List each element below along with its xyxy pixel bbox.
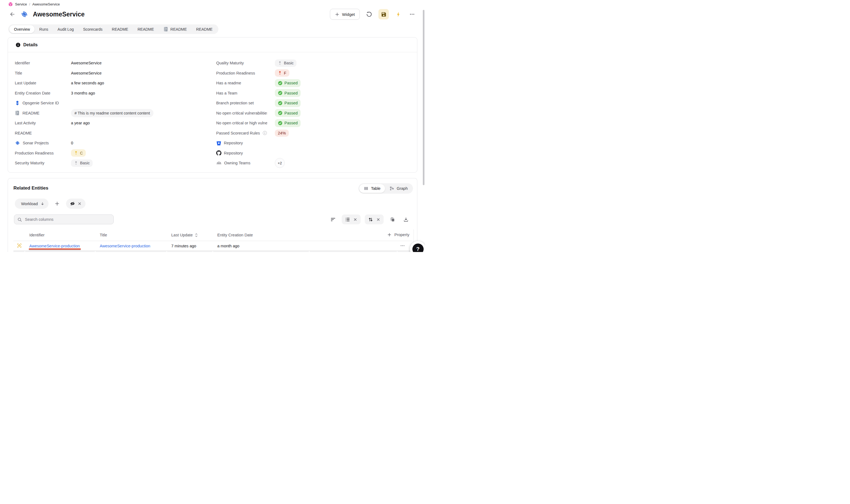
detail-value: 3 months ago	[71, 91, 95, 95]
more-actions-button[interactable]	[407, 10, 417, 19]
team-icon	[216, 160, 222, 166]
percent-badge: 24%	[275, 129, 289, 137]
eye-off-icon	[70, 201, 75, 206]
close-icon[interactable]	[353, 217, 357, 221]
detail-row-passed-scorecard-rules: Passed Scorecard Rules24%	[216, 128, 417, 138]
arrow-down-icon	[40, 202, 45, 206]
detail-row-last-update: Last Updatea few seconds ago	[15, 78, 216, 88]
column-header-entity-creation-date: Entity Creation Date	[212, 233, 309, 237]
detail-value: AwesomeService	[71, 61, 102, 65]
check-circle-icon	[278, 81, 283, 86]
sort-chip[interactable]	[365, 215, 384, 224]
details-right-column: Quality MaturityBasicProduction Readines…	[216, 58, 417, 168]
detail-value: a few seconds ago	[71, 81, 104, 85]
detail-label: No open critical vulnerabilities	[216, 111, 275, 115]
filter-icon[interactable]	[328, 215, 338, 224]
tab-overview-0[interactable]: Overview	[9, 25, 35, 33]
breadcrumb-root[interactable]: Service	[15, 2, 27, 6]
tab-readme-5[interactable]: README	[133, 25, 159, 33]
details-card: Details IdentifierAwesomeServiceTitleAwe…	[8, 37, 417, 173]
entity-type-chip[interactable]: Workload	[15, 199, 49, 209]
status-badge: Passed	[275, 109, 301, 117]
detail-row-identifier: IdentifierAwesomeService	[15, 58, 216, 68]
github-icon	[216, 150, 222, 156]
search-columns-field[interactable]	[14, 215, 114, 224]
detail-label: Quality Maturity	[216, 61, 275, 65]
row-actions-button[interactable]	[400, 243, 405, 248]
tab-label: README	[171, 27, 187, 32]
tab-runs-1[interactable]: Runs	[35, 25, 53, 33]
close-icon[interactable]	[376, 217, 380, 221]
sort-carets-icon	[195, 233, 198, 237]
info-tooltip-icon[interactable]	[263, 131, 267, 135]
column-header-title: Title	[95, 233, 166, 237]
detail-value: AwesomeService	[71, 71, 102, 75]
detail-row-title: TitleAwesomeService	[15, 68, 216, 78]
tab-audit-log-2[interactable]: Audit Log	[53, 25, 78, 33]
add-property-button[interactable]: Property	[387, 233, 409, 237]
title-link[interactable]: AwesomeService-production	[100, 244, 150, 248]
readme-snippet: # This is my readme content content cont…	[71, 109, 154, 117]
check-circle-icon	[278, 101, 283, 106]
detail-row-no-open-critical-vulnerabilities: No open critical vulnerabilitiesPassed	[216, 108, 417, 118]
detail-label: Entity Creation Date	[15, 91, 71, 95]
detail-row-opsgenie-service-id: Opsgenie Service ID	[15, 98, 216, 108]
bitbucket-icon	[216, 141, 222, 146]
column-header-last-update[interactable]: Last Update	[166, 233, 212, 237]
add-widget-button[interactable]: Widget	[330, 9, 360, 20]
view-toggle-graph[interactable]: Graph	[385, 184, 412, 193]
detail-label: Production Readiness	[216, 71, 275, 75]
back-button[interactable]	[8, 10, 17, 19]
detail-label: Branch protection set	[216, 101, 275, 105]
medal-icon	[278, 71, 282, 75]
info-icon	[16, 42, 20, 48]
book-icon	[163, 26, 169, 32]
book-icon	[15, 110, 20, 115]
count-badge[interactable]: +2	[275, 158, 285, 168]
detail-label: Title	[15, 71, 71, 75]
tab-label: Runs	[39, 27, 48, 32]
tab-label: Overview	[14, 27, 30, 32]
undo-button[interactable]	[365, 10, 374, 19]
search-columns-input[interactable]	[24, 217, 110, 222]
view-toggle-table[interactable]: Table	[359, 184, 385, 193]
save-button[interactable]	[378, 9, 389, 19]
detail-row-security-maturity: Security MaturityBasic	[15, 158, 216, 168]
page-title: AwesomeService	[33, 11, 85, 18]
tab-scorecards-3[interactable]: Scorecards	[78, 25, 107, 33]
hidden-filter-chip[interactable]	[66, 199, 86, 209]
detail-label: Sonar Projects	[15, 140, 71, 146]
tab-readme-6[interactable]: README	[159, 25, 192, 33]
detail-row-repository: Repository	[216, 148, 417, 158]
opsgenie-icon	[15, 101, 20, 106]
breadcrumb-separator: /	[29, 2, 30, 6]
tab-label: README	[112, 27, 128, 32]
download-icon[interactable]	[401, 215, 410, 224]
tab-readme-7[interactable]: README	[192, 25, 217, 33]
service-detail-page: Service / AwesomeService AwesomeService …	[0, 0, 425, 252]
workload-icon	[17, 243, 22, 248]
detail-row-last-activity: Last Activitya year ago	[15, 118, 216, 128]
check-circle-icon	[278, 111, 283, 115]
last-update-cell: 7 minutes ago	[166, 244, 212, 248]
page-header: AwesomeService Widget	[8, 8, 417, 20]
medal-icon	[74, 161, 78, 165]
tab-readme-4[interactable]: README	[107, 25, 133, 33]
detail-row-repository: Repository	[216, 138, 417, 148]
add-relation-button[interactable]	[53, 199, 62, 209]
close-icon[interactable]	[77, 202, 82, 206]
detail-label: Has a Team	[216, 91, 275, 95]
tab-label: README	[138, 27, 154, 32]
copy-icon[interactable]	[388, 215, 397, 224]
group-by-chip[interactable]	[342, 215, 360, 224]
detail-label: No open critical or high vulnerabilities	[216, 121, 275, 125]
detail-row-no-open-critical-or-high-vulnerabilities: No open critical or high vulnerabilities…	[216, 118, 417, 128]
scrollbar-thumb[interactable]	[423, 10, 424, 185]
lightning-button[interactable]	[393, 10, 403, 19]
annotation-underline	[29, 249, 81, 250]
entity-sonar-icon	[20, 10, 29, 18]
detail-label: Identifier	[15, 61, 71, 65]
detail-value: a year ago	[71, 121, 90, 125]
tab-label: README	[196, 27, 213, 32]
identifier-link[interactable]: AwesomeService-production	[29, 244, 80, 248]
